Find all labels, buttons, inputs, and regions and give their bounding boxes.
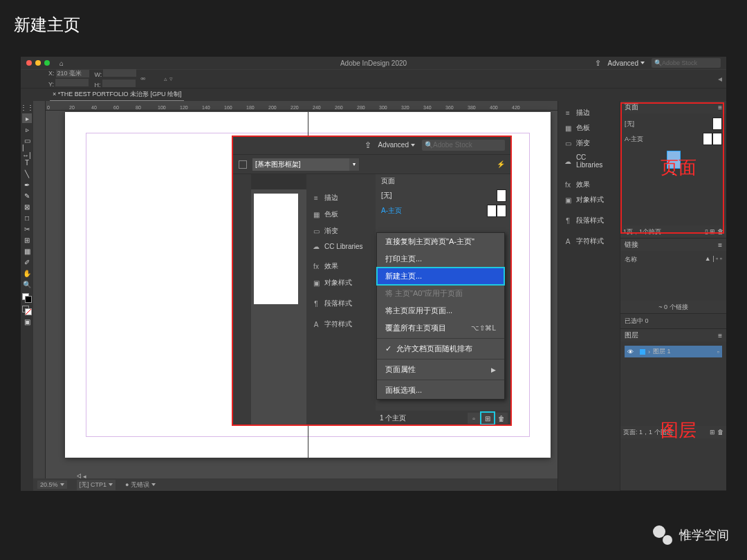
master-none-row[interactable]: [无] bbox=[625, 116, 722, 131]
menu-override-all[interactable]: 覆盖所有主页项目⌥⇧⌘L bbox=[377, 319, 504, 337]
gradient-tool[interactable]: ▦ bbox=[22, 246, 32, 256]
page-thumbnail[interactable] bbox=[625, 151, 722, 169]
titlebar: ⌂ Adobe InDesign 2020 ⇪ Advanced 🔍 Adobe… bbox=[21, 57, 726, 69]
share-icon[interactable]: ⇪ bbox=[365, 140, 371, 150]
transform-bar: X:210 毫米 Y: W: H: ⚮ ▵ ▿ ◂ bbox=[21, 69, 726, 88]
layers-footer-buttons[interactable]: ⊞ 🗑 bbox=[710, 429, 723, 436]
page-title: 新建主页 bbox=[14, 14, 80, 36]
panel-char-styles[interactable]: A字符样式 bbox=[306, 316, 376, 333]
panel-menu-icon[interactable]: ≡ bbox=[718, 104, 722, 111]
transform-tool[interactable]: ⊞ bbox=[22, 235, 32, 245]
search-input[interactable]: 🔍 Adobe Stock bbox=[422, 140, 505, 151]
pages-footer-buttons[interactable]: ▯ ⊞ 🗑 bbox=[705, 228, 723, 235]
fill-stroke-swatch[interactable] bbox=[22, 293, 32, 303]
delete-page-button[interactable]: 🗑 bbox=[495, 413, 508, 424]
layers-panel-title[interactable]: 图层 bbox=[625, 330, 638, 340]
links-panel: 链接≡ 名称▲ | ▫ ▫ ~ 0 个链接 已选中 0 bbox=[620, 239, 726, 329]
direct-selection-tool[interactable]: ▹ bbox=[22, 124, 32, 134]
pencil-tool[interactable]: ✎ bbox=[22, 191, 32, 200]
panel-swatches[interactable]: ▦色板 bbox=[558, 120, 620, 136]
master-none-row[interactable]: [无] bbox=[376, 188, 512, 203]
menu-new-master[interactable]: 新建主页... bbox=[377, 268, 504, 285]
hand-tool[interactable]: ✋ bbox=[22, 268, 32, 278]
panel-gradient[interactable]: ▭渐变 bbox=[558, 136, 620, 151]
panel-menu-icon[interactable]: ≡ bbox=[718, 241, 722, 249]
panel-gradient[interactable]: ▭渐变 bbox=[306, 223, 376, 239]
home-icon[interactable]: ⌂ bbox=[59, 59, 64, 67]
menu-allow-shuffle[interactable]: ✓允许文档页面随机排布 bbox=[377, 340, 504, 357]
right-panels: 页面≡ [无] A-主页 1 1页，1个跨页▯ ⊞ 🗑 链接≡ 名称▲ | ▫ … bbox=[620, 101, 726, 491]
gap-tool[interactable]: |↔| bbox=[22, 147, 32, 156]
eyedropper-tool[interactable]: ✐ bbox=[22, 257, 32, 267]
preflight-status[interactable]: ● 无错误 bbox=[125, 480, 155, 489]
layers-footer: 页面: 1，1 个图层⊞ 🗑 bbox=[620, 426, 726, 438]
menu-page-attributes[interactable]: 页面属性▶ bbox=[377, 361, 504, 378]
rectangle-tool[interactable]: □ bbox=[22, 213, 32, 223]
object-style-dropdown[interactable]: [基本图形框架]▾ bbox=[252, 158, 349, 171]
scissors-tool[interactable]: ✂ bbox=[22, 224, 32, 234]
quick-apply-icon[interactable]: ⚡ bbox=[497, 160, 505, 168]
window-controls[interactable] bbox=[26, 60, 50, 66]
ruler-vertical bbox=[33, 101, 46, 491]
style-swatch-icon[interactable] bbox=[239, 160, 247, 169]
menu-panel-options[interactable]: 面板选项... bbox=[377, 382, 504, 399]
h-field[interactable] bbox=[102, 80, 136, 87]
view-mode-icon[interactable]: ▣ bbox=[22, 317, 32, 326]
pages-context-menu: 直接复制主页跨页"A-主页" 打印主页... 新建主页... 将 主页"A0"应… bbox=[376, 232, 505, 400]
watermark-logo-icon bbox=[653, 525, 672, 545]
panel-char-styles[interactable]: A字符样式 bbox=[558, 234, 620, 249]
selection-tool[interactable]: ▸ bbox=[22, 113, 32, 123]
pages-panel-title[interactable]: 页面 bbox=[625, 102, 638, 112]
zoom-select[interactable]: 20.5% bbox=[37, 480, 67, 489]
zoom-tool[interactable]: 🔍 bbox=[22, 279, 32, 289]
grabber-icon[interactable]: ⋮⋮ bbox=[22, 102, 32, 112]
link-wh-icon[interactable]: ⚮ bbox=[140, 75, 146, 82]
status-bar: 20.5% ᐊ ◂ [无] CTP1 ▸ ᐅ ● 无错误 bbox=[33, 478, 557, 491]
document-tab[interactable]: × *THE BEST PORTFOLIO 未治形 [GPU 绘制] bbox=[50, 88, 184, 101]
line-tool[interactable]: ╲ bbox=[22, 169, 32, 178]
layers-panel: 图层≡ 👁›图层 1▫ 页面: 1，1 个图层⊞ 🗑 bbox=[620, 329, 726, 491]
menu-apply-master-to-pages[interactable]: 将主页应用于页面... bbox=[377, 302, 504, 319]
panel-object-styles[interactable]: ▣对象样式 bbox=[558, 192, 620, 207]
menu-print-master[interactable]: 打印主页... bbox=[377, 250, 504, 268]
tool-palette: ⋮⋮ ▸ ▹ ▭ |↔| T ╲ ✒ ✎ ⊠ □ ✂ ⊞ ▦ ✐ ✋ 🔍 ▣ bbox=[21, 101, 33, 491]
mini-canvas bbox=[251, 174, 306, 426]
pen-tool[interactable]: ✒ bbox=[22, 180, 32, 189]
pages-footer: 1页，1个跨页▯ ⊞ 🗑 bbox=[620, 225, 726, 238]
x-field[interactable]: 210 毫米 bbox=[56, 70, 89, 77]
master-a-row[interactable]: A-主页 bbox=[376, 203, 512, 218]
search-input[interactable]: 🔍 Adobe Stock bbox=[652, 58, 721, 68]
pages-panel: 页面≡ [无] A-主页 1 1页，1个跨页▯ ⊞ 🗑 bbox=[620, 101, 726, 239]
ruler-horizontal: 0204060801001201401601802002202402602803… bbox=[46, 101, 557, 111]
default-swatch[interactable] bbox=[22, 306, 32, 315]
page-nav[interactable]: ᐊ ◂ [无] CTP1 ▸ ᐅ bbox=[77, 473, 116, 492]
panel-paragraph-styles[interactable]: ¶段落样式 bbox=[306, 295, 376, 312]
frame-tool[interactable]: ⊠ bbox=[22, 202, 32, 212]
layer-row[interactable]: 👁›图层 1▫ bbox=[625, 346, 722, 357]
panel-menu-icon[interactable]: ≡ bbox=[718, 332, 722, 339]
scale-icon[interactable]: ▵ ▿ bbox=[164, 75, 173, 82]
panel-effects[interactable]: fx效果 bbox=[558, 177, 620, 192]
w-field[interactable] bbox=[103, 69, 136, 77]
panel-paragraph-styles[interactable]: ¶段落样式 bbox=[558, 213, 620, 228]
new-page-button[interactable]: ⊞ bbox=[481, 413, 494, 424]
collapse-bar-icon[interactable]: ◂ bbox=[718, 74, 722, 84]
share-icon[interactable]: ⇪ bbox=[595, 59, 601, 68]
panel-cc-libraries[interactable]: ☁CC Libraries bbox=[306, 239, 376, 254]
menu-duplicate-master[interactable]: 直接复制主页跨页"A-主页" bbox=[377, 233, 504, 250]
edit-page-size-button[interactable]: ▫ bbox=[468, 413, 480, 424]
collapsed-panels: ≡描边 ▦色板 ▭渐变 ☁CC Libraries fx效果 ▣对象样式 ¶段落… bbox=[557, 101, 620, 491]
workspace-dropdown[interactable]: Advanced bbox=[378, 141, 415, 149]
type-tool[interactable]: T bbox=[22, 158, 32, 167]
panel-cc-libraries[interactable]: ☁CC Libraries bbox=[558, 151, 620, 171]
panel-stroke[interactable]: ≡描边 bbox=[306, 189, 376, 206]
panel-stroke[interactable]: ≡描边 bbox=[558, 105, 620, 120]
panel-object-styles[interactable]: ▣对象样式 bbox=[306, 274, 376, 291]
master-a-row[interactable]: A-主页 bbox=[625, 131, 722, 147]
y-field[interactable] bbox=[55, 79, 89, 86]
panel-swatches[interactable]: ▦色板 bbox=[306, 206, 376, 223]
panel-effects[interactable]: fx效果 bbox=[306, 258, 376, 274]
workspace-dropdown[interactable]: Advanced bbox=[608, 59, 645, 67]
links-panel-title[interactable]: 链接 bbox=[625, 240, 638, 250]
tab-strip: × *THE BEST PORTFOLIO 未治形 [GPU 绘制] bbox=[21, 88, 726, 101]
